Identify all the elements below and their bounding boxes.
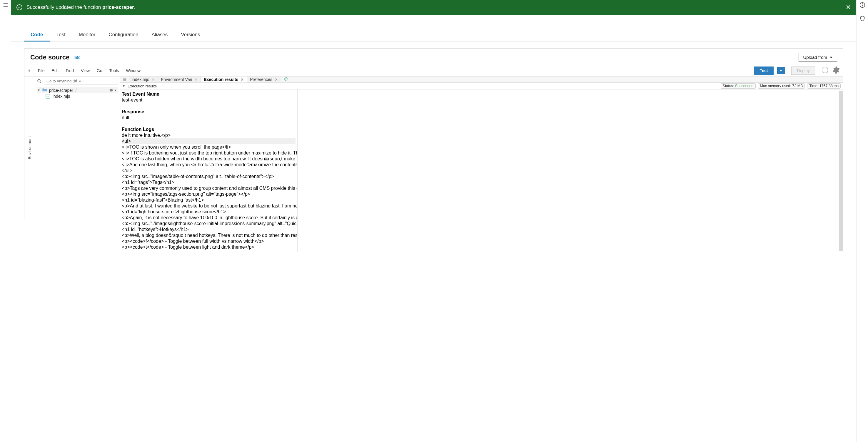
log-line: <li>And one last thing, when you <a href… — [122, 162, 298, 167]
close-icon[interactable]: ✕ — [151, 78, 155, 82]
log-line: <li>TOC is also hidden when the width be… — [122, 156, 298, 161]
tree-settings-button[interactable]: ▼ — [109, 88, 117, 93]
log-line: <p>Well, a blog doesn&rsquo;t need hotke… — [122, 233, 298, 238]
tab-versions[interactable]: Versions — [174, 29, 207, 41]
folder-icon — [42, 88, 47, 93]
close-icon[interactable]: ✕ — [275, 78, 278, 82]
code-editor: File Edit Find View Go Tools Window Test… — [24, 65, 843, 219]
tree-root-label: price-scraper — [49, 88, 73, 93]
panel-title: Code source — [30, 54, 69, 61]
log-line: <p>Tags are very commonly used to group … — [122, 186, 298, 191]
svg-rect-11 — [124, 80, 126, 81]
test-button[interactable]: Test — [754, 66, 774, 75]
tab-configuration[interactable]: Configuration — [102, 29, 145, 41]
collapse-icon[interactable] — [27, 68, 33, 73]
log-line: <p><img src="./images/lighthouse-score-i… — [122, 221, 298, 226]
environment-tab[interactable]: Environment — [24, 77, 35, 219]
gear-icon[interactable] — [832, 66, 840, 75]
close-icon[interactable]: ✕ — [241, 78, 244, 82]
log-line: <p><code>t</code> - Toggle between light… — [122, 244, 254, 249]
log-line: de it more intuitive.</p> — [122, 133, 170, 138]
code-source-panel: Code source Info Upload from▼ File Edit — [24, 48, 843, 219]
svg-rect-9 — [124, 78, 126, 79]
editor-tabs: index.mjs✕ Environment Vari✕ Execution r… — [120, 77, 843, 83]
search-icon[interactable] — [37, 79, 42, 84]
test-event-label: Test Event Name — [122, 91, 159, 96]
goto-anything-input[interactable] — [44, 78, 118, 85]
exec-title: Execution results — [128, 84, 157, 88]
log-line: <p><img src="images/table-of-contents.pn… — [122, 174, 274, 179]
tree-root[interactable]: ▼ price-scraper / — [37, 87, 118, 93]
tab-code[interactable]: Code — [24, 29, 50, 41]
left-rail — [0, 0, 11, 442]
flash-message: Successfully updated the function price-… — [27, 4, 841, 10]
memory-pill: Max memory used: 72 MB — [758, 83, 805, 89]
tab-list-icon[interactable] — [122, 77, 129, 82]
shield-icon[interactable] — [859, 15, 866, 23]
svg-line-5 — [40, 82, 41, 83]
test-event-value: test-event — [122, 97, 142, 102]
tree-file[interactable]: <> index.mjs — [37, 93, 118, 99]
upload-from-button[interactable]: Upload from▼ — [799, 53, 837, 62]
info-link[interactable]: Info — [73, 55, 80, 60]
log-line: <ul> — [122, 138, 296, 144]
hamburger-icon[interactable] — [2, 2, 9, 9]
menu-file[interactable]: File — [36, 67, 46, 74]
menu-find[interactable]: Find — [64, 67, 75, 74]
tab-aliases[interactable]: Aliases — [145, 29, 175, 41]
close-icon[interactable]: ✕ — [846, 3, 851, 11]
fullscreen-icon[interactable] — [822, 67, 828, 75]
time-pill: Time: 1757.88 ms — [807, 83, 841, 89]
chevron-down-icon[interactable]: ▼ — [37, 89, 40, 92]
response-value: null — [122, 115, 129, 120]
menu-edit[interactable]: Edit — [50, 67, 61, 74]
status-pill: Status: Succeeded — [721, 83, 756, 89]
new-tab-button[interactable] — [281, 77, 290, 82]
log-line: <h1 id="blazing-fast">Blazing fast</h1> — [122, 198, 204, 203]
svg-point-4 — [38, 80, 40, 82]
editor-tab-env-vars[interactable]: Environment Vari✕ — [158, 77, 201, 82]
main-tabs: Code Test Monitor Configuration Aliases … — [11, 22, 856, 42]
log-line: </ul> — [122, 168, 132, 173]
js-file-icon: <> — [45, 94, 51, 98]
tree-file-label: index.mjs — [53, 94, 70, 98]
editor-tab-preferences[interactable]: Preferences✕ — [247, 77, 281, 82]
success-flash: ✓ Successfully updated the function pric… — [11, 0, 856, 15]
log-line: <p><code>f</code> - Toggle between full … — [122, 239, 264, 244]
log-line: <p><img src="images/tags-section.png" al… — [122, 191, 250, 197]
spacer — [11, 15, 856, 22]
ide-menubar: File Edit Find View Go Tools Window Test… — [24, 65, 843, 77]
test-dropdown-button[interactable]: ▼ — [777, 67, 785, 74]
results-left-pane: Test Event Name test-event Response null… — [120, 89, 298, 252]
file-sidebar: Environment ▼ — [24, 77, 120, 219]
function-logs-label: Function Logs — [122, 127, 154, 132]
tab-test[interactable]: Test — [50, 29, 72, 41]
menu-window[interactable]: Window — [124, 67, 142, 74]
svg-text:<>: <> — [46, 95, 50, 98]
execution-header: ▼ Execution results Status: Succeeded Ma… — [120, 83, 843, 89]
chevron-down-icon[interactable]: ▼ — [122, 85, 125, 88]
caret-down-icon: ▼ — [830, 56, 833, 59]
deploy-button: Deploy — [791, 66, 815, 75]
log-line: <p>Again, it is not necessary to have 10… — [122, 215, 298, 220]
editor-tab-exec-results[interactable]: Execution results✕ — [201, 77, 247, 82]
log-line: <h1 id="lighthouse-score">Lighthouse sco… — [122, 209, 226, 214]
results-right-pane[interactable] — [298, 89, 843, 252]
menu-go[interactable]: Go — [95, 67, 104, 74]
close-icon[interactable]: ✕ — [194, 78, 197, 82]
svg-rect-10 — [124, 79, 126, 80]
response-label: Response — [122, 109, 144, 114]
log-line: <li>If TOC is bothering you, just use th… — [122, 150, 298, 155]
tab-monitor[interactable]: Monitor — [72, 29, 102, 41]
svg-marker-3 — [29, 69, 31, 72]
log-line: <p>And at last, I wanted the website to … — [122, 203, 298, 208]
info-icon[interactable] — [859, 2, 866, 9]
tree-root-slash: / — [75, 88, 77, 93]
editor-tab-index[interactable]: index.mjs✕ — [129, 77, 158, 82]
menu-view[interactable]: View — [79, 67, 91, 74]
check-circle-icon: ✓ — [17, 4, 22, 10]
log-line: <li>TOC is shown only when you scroll th… — [122, 145, 231, 149]
menu-tools[interactable]: Tools — [107, 67, 121, 74]
log-line: <h1 id="tags">Tags</h1> — [122, 180, 174, 185]
log-line: <h1 id="hotkeys">Hotkeys</h1> — [122, 227, 189, 232]
